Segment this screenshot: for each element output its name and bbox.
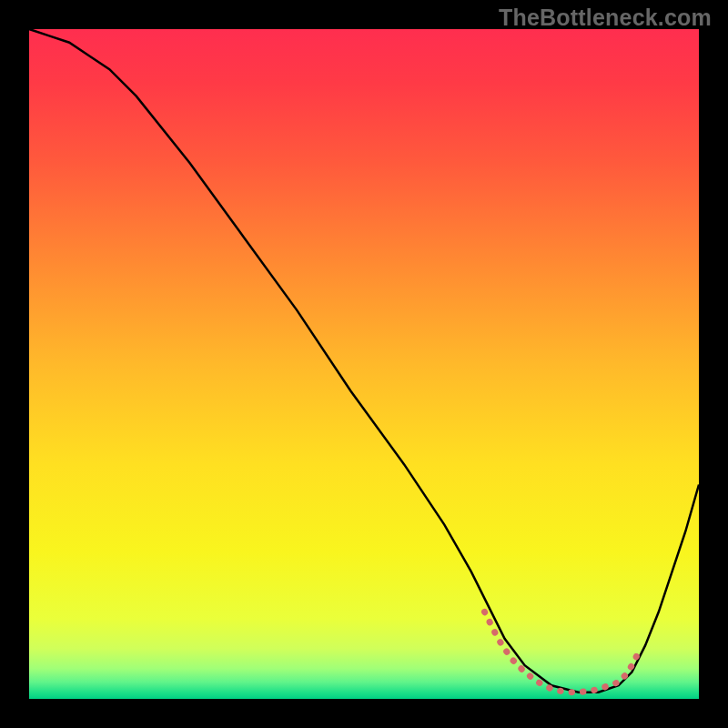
chart-plot (0, 0, 728, 728)
watermark-text: TheBottleneck.com (499, 5, 712, 31)
chart-gradient-background (29, 29, 699, 699)
bottleneck-chart: TheBottleneck.com (0, 0, 728, 728)
